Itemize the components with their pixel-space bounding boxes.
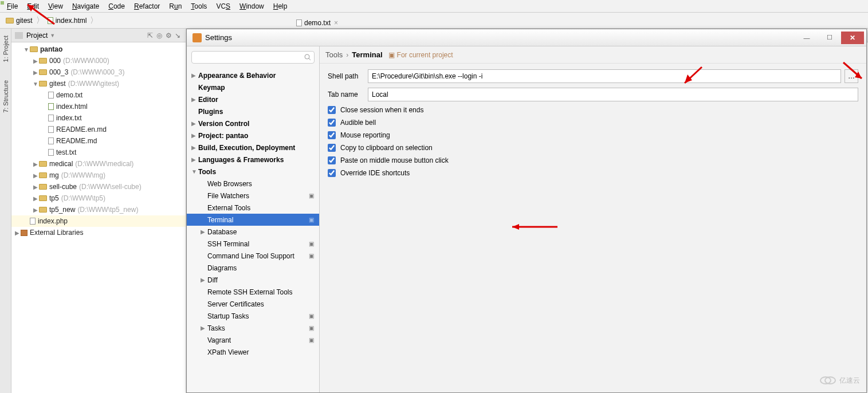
settings-nav-item[interactable]: ▼Tools [187, 166, 319, 178]
tool-tab-project[interactable]: 1: Project [1, 32, 10, 65]
settings-nav-item[interactable]: ▶Languages & Frameworks [187, 154, 319, 166]
menu-view[interactable]: View [44, 1, 68, 11]
breadcrumb-file[interactable]: index.html [45, 17, 89, 25]
settings-nav-item[interactable]: Terminal▣ [187, 214, 319, 226]
tree-item[interactable]: ▶sell-cube(D:\WWW\sell-cube) [11, 181, 186, 192]
dropdown-icon[interactable]: ▼ [50, 33, 55, 38]
tree-root[interactable]: ▼ pantao [11, 44, 186, 55]
settings-nav-item[interactable]: ▶Version Control [187, 117, 319, 129]
chevron-right-icon[interactable]: ▶ [191, 156, 198, 163]
settings-nav-item[interactable]: Keymap [187, 81, 319, 93]
settings-nav-item[interactable]: Command Line Tool Support▣ [187, 250, 319, 262]
minimize-button[interactable] [795, 32, 818, 44]
hide-icon[interactable]: ↘ [173, 31, 182, 40]
tool-tab-structure[interactable]: 7: Structure [1, 77, 10, 116]
chevron-right-icon[interactable]: ▶ [201, 277, 207, 283]
checkbox-row[interactable]: Copy to clipboard on selection [328, 144, 858, 152]
menu-file[interactable]: File [2, 1, 22, 11]
close-button[interactable] [841, 32, 864, 44]
chevron-down-icon[interactable]: ▼ [23, 46, 30, 53]
menu-refactor[interactable]: Refactor [129, 1, 164, 11]
chevron-right-icon[interactable]: ▶ [14, 230, 21, 236]
menu-window[interactable]: Window [235, 1, 269, 11]
shell-path-input[interactable] [368, 69, 841, 83]
menu-help[interactable]: Help [269, 1, 292, 11]
settings-nav-item[interactable]: Web Browsers [187, 178, 319, 190]
target-icon[interactable]: ◎ [155, 31, 164, 40]
settings-nav-item[interactable]: ▶Tasks▣ [187, 322, 319, 334]
menu-edit[interactable]: Edit [22, 1, 44, 11]
tree-item[interactable]: ▶External Libraries [11, 227, 186, 238]
tree-item[interactable]: test.txt [11, 147, 186, 158]
collapse-all-icon[interactable]: ⇱ [146, 31, 155, 40]
tree-item[interactable]: ▶medical(D:\WWW\medical) [11, 158, 186, 170]
close-icon[interactable]: × [334, 19, 338, 27]
checkbox-input[interactable] [328, 144, 336, 152]
chevron-right-icon[interactable]: ▶ [32, 69, 39, 76]
settings-nav-item[interactable]: File Watchers▣ [187, 190, 319, 202]
settings-nav-item[interactable]: ▶Diff [187, 274, 319, 286]
tree-item[interactable]: ▶mg(D:\WWW\mg) [11, 170, 186, 181]
checkbox-row[interactable]: Override IDE shortcuts [328, 169, 858, 177]
chevron-right-icon[interactable]: ▶ [32, 161, 39, 167]
tree-item[interactable]: README.en.md [11, 124, 186, 135]
dialog-title-bar[interactable]: Settings [187, 29, 866, 46]
menu-navigate[interactable]: Navigate [68, 1, 104, 11]
settings-nav-item[interactable]: Vagrant▣ [187, 334, 319, 346]
chevron-right-icon[interactable]: ▶ [32, 172, 39, 179]
chevron-right-icon[interactable]: ▶ [191, 132, 198, 139]
tree-item[interactable]: ▶tp5(D:\WWW\tp5) [11, 192, 186, 204]
crumb-tools[interactable]: Tools [325, 50, 343, 59]
tree-item[interactable]: ▶tp5_new(D:\WWW\tp5_new) [11, 204, 186, 215]
checkbox-row[interactable]: Paste on middle mouse button click [328, 156, 858, 164]
tree-item[interactable]: ▶000(D:\WWW\000) [11, 55, 186, 66]
settings-nav-item[interactable]: External Tools [187, 202, 319, 214]
chevron-down-icon[interactable]: ▼ [191, 168, 198, 175]
settings-nav-item[interactable]: SSH Terminal▣ [187, 238, 319, 250]
chevron-down-icon[interactable]: ▼ [32, 81, 39, 87]
chevron-right-icon[interactable]: ▶ [191, 96, 198, 103]
project-panel-title[interactable]: Project [26, 32, 48, 40]
settings-nav-item[interactable]: Server Certificates [187, 298, 319, 310]
checkbox-input[interactable] [328, 169, 336, 177]
chevron-right-icon[interactable]: ▶ [191, 144, 198, 151]
settings-nav-item[interactable]: ▶Build, Execution, Deployment [187, 142, 319, 154]
chevron-right-icon[interactable]: ▶ [201, 229, 207, 235]
settings-nav-item[interactable]: ▶Editor [187, 93, 319, 105]
chevron-right-icon[interactable]: ▶ [191, 120, 198, 127]
chevron-right-icon[interactable]: ▶ [32, 58, 39, 64]
editor-tab[interactable]: demo.txt × [292, 17, 366, 29]
settings-nav-item[interactable]: Plugins [187, 105, 319, 117]
maximize-button[interactable] [818, 32, 841, 44]
tree-item[interactable]: ▶000_3(D:\WWW\000_3) [11, 66, 186, 78]
tab-name-input[interactable] [368, 88, 858, 101]
checkbox-input[interactable] [328, 156, 336, 164]
settings-nav-item[interactable]: XPath Viewer [187, 346, 319, 358]
chevron-right-icon[interactable]: ▶ [32, 184, 39, 190]
checkbox-row[interactable]: Mouse reporting [328, 131, 858, 139]
tree-item[interactable]: ▼gitest(D:\WWW\gitest) [11, 78, 186, 89]
checkbox-input[interactable] [328, 131, 336, 139]
settings-nav-item[interactable]: Remote SSH External Tools [187, 286, 319, 298]
browse-button[interactable]: … [845, 69, 858, 83]
menu-tools[interactable]: Tools [186, 1, 211, 11]
gear-icon[interactable]: ⚙ [164, 31, 173, 40]
checkbox-input[interactable] [328, 119, 336, 127]
chevron-right-icon[interactable]: ▶ [32, 195, 39, 202]
chevron-right-icon[interactable]: ▶ [191, 72, 198, 78]
chevron-right-icon[interactable]: ▶ [201, 325, 207, 331]
settings-search-input[interactable] [191, 51, 315, 64]
settings-nav-item[interactable]: ▶Project: pantao [187, 129, 319, 142]
settings-nav-item[interactable]: ▶Appearance & Behavior [187, 69, 319, 81]
chevron-right-icon[interactable]: ▶ [32, 207, 39, 213]
breadcrumb-root[interactable]: gitest [3, 17, 35, 25]
settings-nav-item[interactable]: Startup Tasks▣ [187, 310, 319, 322]
tree-item[interactable]: index.txt [11, 112, 186, 124]
tree-item[interactable]: demo.txt [11, 89, 186, 101]
menu-code[interactable]: Code [104, 1, 129, 11]
checkbox-row[interactable]: Close session when it ends [328, 106, 858, 114]
settings-nav-item[interactable]: Diagrams [187, 262, 319, 274]
menu-vcs[interactable]: VCS [211, 1, 235, 11]
tree-item[interactable]: README.md [11, 135, 186, 147]
checkbox-input[interactable] [328, 106, 336, 114]
